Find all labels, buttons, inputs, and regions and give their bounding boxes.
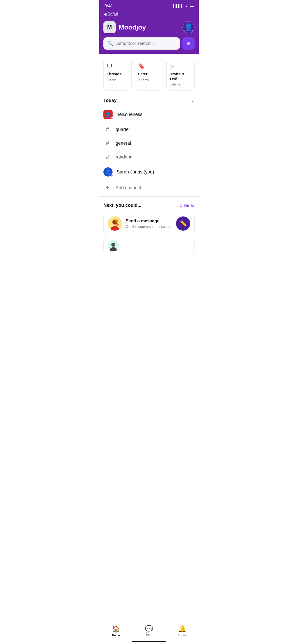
add-channel-icon: + [103,184,112,192]
channel-item-neil[interactable]: 👤 neil.oneness [103,106,195,123]
channel-item-general[interactable]: # general [103,136,195,150]
channel-item-sarah[interactable]: 👤 Sarah Jonas (you) [103,164,195,180]
filter-button[interactable]: ≡ [182,37,195,50]
partial-suggestion-card[interactable] [103,238,195,253]
workspace-name: Moodjoy [119,23,146,31]
status-bar: 9:41 ▌▌▌▌ ▲ ▬ [99,0,199,11]
workspace-logo[interactable]: M [103,21,116,33]
battery-icon: ▬ [190,4,194,8]
drafts-label: Drafts & sent [170,72,191,80]
later-icon: 🔖 [138,63,160,70]
sarah-channel-name: Sarah Jonas (you) [117,169,154,175]
drafts-card[interactable]: ▷ Drafts & sent 0 items [166,59,195,91]
drafts-icon: ▷ [170,63,191,70]
back-label: Safari [107,12,118,17]
search-area: 🔍 Jump to or search... ≡ [99,37,199,54]
random-channel-name: random [116,154,131,160]
compose-icon: ✏️ [180,220,187,227]
status-time: 9:41 [104,4,113,9]
signal-icon: ▌▌▌▌ [173,4,183,8]
main-content: 🗨 Threads 0 new 🔖 Later 2 items ▷ Drafts… [99,54,199,282]
today-title: Today [103,98,117,103]
later-card[interactable]: 🔖 Later 2 items [135,59,163,91]
next-section: Next, you could... Clear all Send a mess… [99,198,199,256]
svg-point-3 [115,219,118,223]
today-chevron-icon[interactable]: ⌄ [191,98,195,103]
sarah-status-dot [111,174,113,177]
add-channel-item[interactable]: + Add channel [99,180,199,195]
search-placeholder: Jump to or search... [116,41,154,46]
app-header: M Moodjoy 👤 [99,19,199,37]
quarter-channel-name: quarter [116,127,130,132]
clear-all-button[interactable]: Clear all [180,203,195,208]
today-section-header: Today ⌄ [99,96,199,106]
next-section-header: Next, you could... Clear all [103,203,195,208]
svg-point-4 [116,223,119,226]
search-bar[interactable]: 🔍 Jump to or search... [103,37,180,50]
threads-sub: 0 new [107,78,128,82]
threads-icon: 🗨 [107,63,128,70]
svg-point-6 [111,243,115,247]
user-avatar-button[interactable]: 👤 [182,21,195,33]
section-divider [99,196,199,197]
sarah-avatar: 👤 [103,167,113,177]
partial-avatar [108,240,119,251]
neil-status-dot [111,117,113,120]
filter-icon: ≡ [187,41,190,46]
channel-item-quarter[interactable]: # quarter [103,123,195,136]
channel-item-random[interactable]: # random [103,150,195,164]
neil-channel-name: neil.oneness [117,112,142,117]
suggestion-text: Send a message Get the conversation star… [126,218,172,229]
threads-label: Threads [107,72,128,76]
add-channel-label: Add channel [116,185,141,191]
threads-card[interactable]: 🗨 Threads 0 new [103,59,132,91]
back-arrow-icon: ◀ [103,12,106,17]
suggestion-card-send-message[interactable]: Send a message Get the conversation star… [103,212,195,235]
later-label: Later [138,72,160,76]
hash-icon-general: # [103,140,112,147]
suggestion-title: Send a message [126,218,172,224]
neil-avatar-emoji: 👤 [105,111,111,118]
avatar-status-dot [191,30,194,32]
hash-icon-random: # [103,154,112,160]
general-channel-name: general [116,141,131,146]
hash-icon-quarter: # [103,126,112,133]
later-sub: 2 items [138,78,160,82]
quick-actions: 🗨 Threads 0 new 🔖 Later 2 items ▷ Drafts… [99,54,199,96]
compose-fab-button[interactable]: ✏️ [176,216,190,231]
wifi-icon: ▲ [185,4,188,8]
search-icon: 🔍 [107,41,113,46]
suggestion-avatar [108,216,122,231]
header-left: M Moodjoy [103,21,146,33]
channel-list: 👤 neil.oneness # quarter # general # ran… [99,106,199,180]
back-nav[interactable]: ◀ Safari [99,11,199,19]
neil-avatar: 👤 [103,110,113,119]
drafts-sub: 0 items [170,82,191,86]
status-icons: ▌▌▌▌ ▲ ▬ [173,4,194,8]
sarah-avatar-icon: 👤 [105,169,111,175]
next-title: Next, you could... [103,203,141,208]
suggestion-sub: Get the conversation started. [126,225,172,229]
